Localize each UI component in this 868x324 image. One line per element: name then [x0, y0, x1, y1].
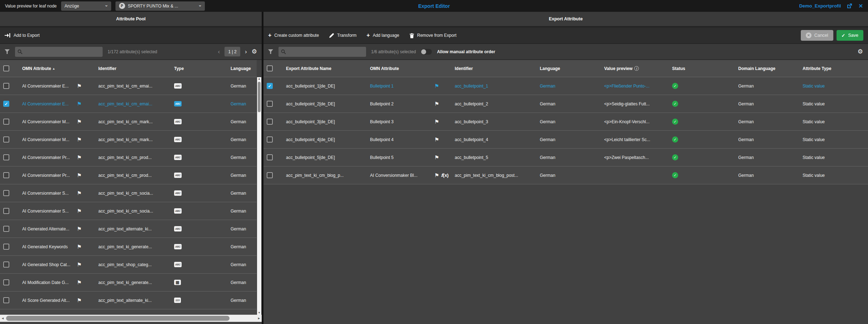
scroll-down-icon[interactable]: ▼ — [258, 311, 261, 315]
attribute-pool-row[interactable]: AI Generated Keywords⚑acc_pim_text_ki_ge… — [0, 238, 257, 256]
row-checkbox[interactable]: ✓ — [3, 101, 9, 107]
attribute-pool-row[interactable]: AI Score Generated Alt...⚑acc_pim_text_a… — [0, 291, 257, 309]
flag-icon: ⚑ — [77, 173, 82, 178]
attribute-pool-row[interactable]: ✓AI Conversionmaker E...⚑acc_pim_text_ki… — [0, 95, 257, 113]
language-cell: German — [231, 119, 257, 124]
attribute-pool-row[interactable]: AI Score Generated Sh...⚑acc_pim_text_al… — [0, 309, 257, 315]
vertical-scrollbar[interactable]: ▲ ▼ — [257, 77, 261, 315]
remove-from-export-button[interactable]: Remove from Export — [409, 33, 457, 38]
attribute-pool-row[interactable]: AI Conversionmaker S...⚑acc_pim_text_ki_… — [0, 202, 257, 220]
attribute-pool-row[interactable]: AI Generated Alternate...⚑acc_pim_text_a… — [0, 220, 257, 238]
search-box — [15, 47, 103, 57]
horizontal-scrollbar[interactable]: ◄ ► — [0, 315, 262, 322]
filter-funnel-icon[interactable] — [5, 49, 10, 54]
row-checkbox[interactable] — [3, 297, 9, 303]
product-dropdown[interactable]: P SPORTY PUNTO Mix & ... › — [115, 1, 205, 11]
transform-button[interactable]: Transform — [329, 33, 356, 38]
page-prev-icon[interactable]: ‹ — [218, 48, 220, 55]
row-checkbox[interactable] — [267, 119, 273, 125]
scrollbar-thumb[interactable] — [258, 82, 261, 112]
gear-icon[interactable]: ⚙ — [858, 49, 863, 55]
domain-language-cell: German — [738, 101, 803, 106]
column-omn-attribute[interactable]: OMN Attribute — [370, 66, 434, 71]
row-checkbox[interactable] — [267, 154, 273, 160]
checkbox-cell — [263, 172, 286, 178]
open-external-icon[interactable] — [847, 3, 853, 9]
row-checkbox[interactable] — [3, 119, 9, 125]
add-to-export-button[interactable]: Add to Export — [5, 33, 40, 38]
row-checkbox[interactable] — [267, 136, 273, 143]
category-dropdown[interactable]: Anzüge › — [61, 1, 111, 11]
export-attribute-table-header: Export Attribute Name OMN Attribute Iden… — [263, 60, 868, 77]
attribute-pool-row[interactable]: AI Generated Shop Cat...⚑acc_pim_text_sh… — [0, 256, 257, 274]
flag-icon: ⚑ — [434, 83, 439, 89]
scroll-left-icon[interactable]: ◄ — [1, 316, 4, 320]
column-identifier[interactable]: Identifier — [98, 66, 174, 71]
manual-order-toggle[interactable] — [421, 49, 432, 55]
cancel-button[interactable]: ✕ Cancel — [801, 30, 833, 41]
row-checkbox[interactable]: ✓ — [267, 83, 273, 89]
column-language[interactable]: Language — [540, 66, 604, 71]
page-next-icon[interactable]: › — [245, 48, 247, 55]
column-export-attribute-name[interactable]: Export Attribute Name — [286, 66, 370, 71]
row-checkbox[interactable] — [3, 136, 9, 143]
column-domain-language[interactable]: Domain Language — [738, 66, 803, 71]
row-icons-cell: ⚑ — [434, 83, 455, 89]
attribute-pool-row[interactable]: AI Modification Date G...⚑acc_pim_text_k… — [0, 274, 257, 291]
column-attribute-type[interactable]: Attribute Type — [803, 66, 868, 71]
search-input[interactable] — [288, 49, 364, 54]
attribute-pool-row[interactable]: AI Conversionmaker Pr...⚑acc_pim_text_ki… — [0, 166, 257, 184]
language-cell: German — [231, 137, 257, 142]
row-checkbox[interactable] — [3, 279, 9, 285]
export-attribute-row[interactable]: acc_bulletpoint_2[de_DE]Bulletpoint 2⚑ac… — [263, 95, 868, 113]
omn-attribute-value: AI Conversionmaker M... — [22, 137, 69, 142]
row-checkbox[interactable] — [267, 172, 273, 178]
save-button[interactable]: ✓ Save — [837, 30, 863, 41]
scrollbar-thumb[interactable] — [6, 316, 230, 321]
export-attribute-row[interactable]: acc_bulletpoint_4[de_DE]Bulletpoint 4⚑ac… — [263, 131, 868, 149]
attribute-pool-row[interactable]: AI Conversionmaker M...⚑acc_pim_text_ki_… — [0, 131, 257, 149]
create-custom-attribute-button[interactable]: + Create custom attribute — [268, 33, 319, 38]
add-language-button[interactable]: + Add language — [366, 33, 399, 38]
flag-icon: ⚑ — [77, 209, 82, 214]
column-omn-attribute[interactable]: OMN Attribute ▴ — [22, 66, 98, 71]
export-attribute-row[interactable]: acc_bulletpoint_5[de_DE]Bulletpoint 5⚑ac… — [263, 149, 868, 166]
domain-language-cell: German — [738, 173, 803, 178]
identifier-cell: acc_pim_text_ki_cm_emai... — [98, 101, 174, 106]
export-attribute-row[interactable]: acc_pim_text_ki_cm_blog_p...AI Conversio… — [263, 166, 868, 184]
column-identifier[interactable]: Identifier — [455, 66, 540, 71]
checkbox-cell: ✓ — [263, 83, 286, 89]
gear-icon[interactable]: ⚙ — [252, 49, 257, 55]
scroll-up-icon[interactable]: ▲ — [258, 77, 261, 81]
column-language[interactable]: Language — [231, 66, 257, 71]
select-all-checkbox[interactable] — [3, 65, 9, 71]
export-attribute-row[interactable]: acc_bulletpoint_3[de_DE]Bulletpoint 3⚑ac… — [263, 113, 868, 131]
row-checkbox[interactable] — [3, 154, 9, 160]
row-checkbox[interactable] — [3, 208, 9, 214]
row-checkbox[interactable] — [3, 190, 9, 196]
omn-attribute-value: AI Conversionmaker Pr... — [22, 155, 70, 160]
attribute-pool-row[interactable]: AI Conversionmaker S...⚑acc_pim_text_ki_… — [0, 184, 257, 202]
column-status[interactable]: Status — [672, 66, 738, 71]
column-value-preview[interactable]: Value preview i — [604, 66, 672, 71]
attribute-pool-row[interactable]: AI Conversionmaker M...⚑acc_pim_text_ki_… — [0, 113, 257, 131]
filter-funnel-icon[interactable] — [268, 49, 273, 54]
attribute-pool-row[interactable]: AI Conversionmaker E...⚑acc_pim_text_ki_… — [0, 77, 257, 95]
row-checkbox[interactable] — [267, 101, 273, 107]
row-checkbox[interactable] — [3, 83, 9, 89]
attribute-pool-row[interactable]: AI Conversionmaker Pr...⚑acc_pim_text_ki… — [0, 149, 257, 166]
export-attribute-row[interactable]: ✓acc_bulletpoint_1[de_DE]Bulletpoint 1⚑a… — [263, 77, 868, 95]
scroll-right-icon[interactable]: ► — [257, 316, 261, 320]
row-checkbox[interactable] — [3, 226, 9, 232]
search-input[interactable] — [25, 49, 100, 54]
select-all-checkbox[interactable] — [267, 65, 273, 71]
language-cell: German — [231, 84, 257, 89]
row-checkbox[interactable] — [3, 261, 9, 268]
row-checkbox[interactable] — [3, 172, 9, 178]
close-icon[interactable]: ✕ — [858, 3, 863, 9]
omn-attribute-cell: AI Conversionmaker S...⚑ — [22, 209, 98, 214]
column-type[interactable]: Type — [174, 66, 231, 71]
export-attribute-name-cell: acc_bulletpoint_5[de_DE] — [286, 155, 370, 160]
omn-attribute-value: AI Conversionmaker Pr... — [22, 173, 70, 178]
row-checkbox[interactable] — [3, 244, 9, 250]
